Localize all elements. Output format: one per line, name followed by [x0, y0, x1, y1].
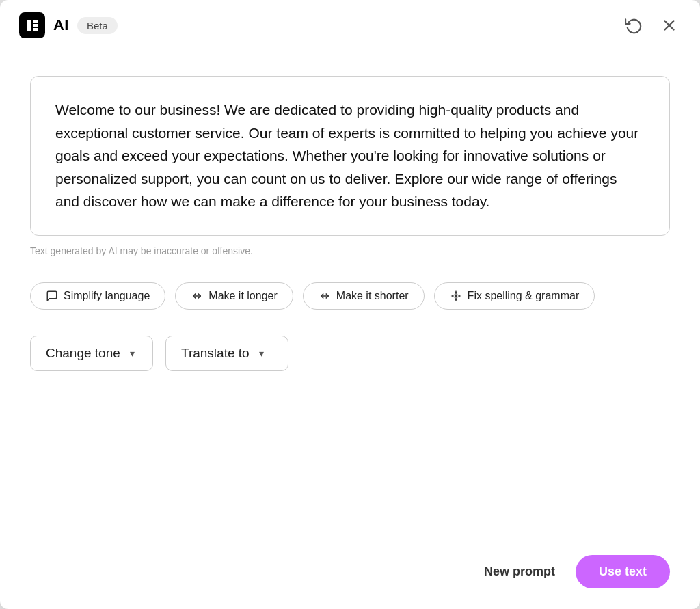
translate-to-label: Translate to [181, 346, 250, 361]
history-icon [625, 16, 643, 34]
svg-rect-1 [33, 20, 38, 23]
beta-badge: Beta [77, 17, 118, 34]
dropdown-row: Change tone ▾ Translate to ▾ [30, 336, 670, 371]
action-chips-row: Simplify language Make it longer [30, 282, 670, 310]
compress-icon [319, 290, 331, 302]
history-button[interactable] [622, 14, 645, 37]
chat-icon [46, 290, 58, 302]
generated-text-box: Welcome to our business! We are dedicate… [30, 76, 670, 236]
close-icon [660, 16, 678, 34]
ai-title-label: AI [53, 16, 69, 34]
svg-rect-0 [27, 20, 31, 31]
header-actions [622, 14, 681, 37]
make-longer-chip[interactable]: Make it longer [175, 282, 293, 310]
svg-point-8 [455, 295, 457, 297]
svg-rect-2 [33, 24, 38, 27]
change-tone-dropdown[interactable]: Change tone ▾ [30, 336, 153, 371]
disclaimer-text: Text generated by AI may be inaccurate o… [30, 245, 670, 256]
main-content: Welcome to our business! We are dedicate… [0, 51, 700, 609]
make-shorter-chip[interactable]: Make it shorter [303, 282, 425, 310]
footer-row: New prompt Use text [30, 548, 670, 588]
change-tone-label: Change tone [46, 346, 120, 361]
fix-grammar-label: Fix spelling & grammar [468, 290, 580, 302]
ai-modal: AI Beta Welcome to our business! We are … [0, 0, 700, 609]
simplify-language-chip[interactable]: Simplify language [30, 282, 165, 310]
svg-rect-3 [33, 28, 38, 31]
make-longer-label: Make it longer [208, 290, 278, 302]
modal-header: AI Beta [0, 0, 700, 51]
simplify-language-label: Simplify language [64, 290, 150, 302]
change-tone-chevron-icon: ▾ [130, 348, 135, 359]
translate-to-chevron-icon: ▾ [259, 348, 264, 359]
make-shorter-label: Make it shorter [336, 290, 409, 302]
sparkle-icon [450, 290, 462, 302]
expand-icon [191, 290, 203, 302]
translate-to-dropdown[interactable]: Translate to ▾ [165, 336, 288, 371]
close-button[interactable] [658, 14, 681, 37]
elementor-logo [19, 12, 45, 38]
fix-grammar-chip[interactable]: Fix spelling & grammar [434, 282, 595, 310]
use-text-button[interactable]: Use text [576, 555, 670, 588]
new-prompt-button[interactable]: New prompt [479, 556, 561, 587]
